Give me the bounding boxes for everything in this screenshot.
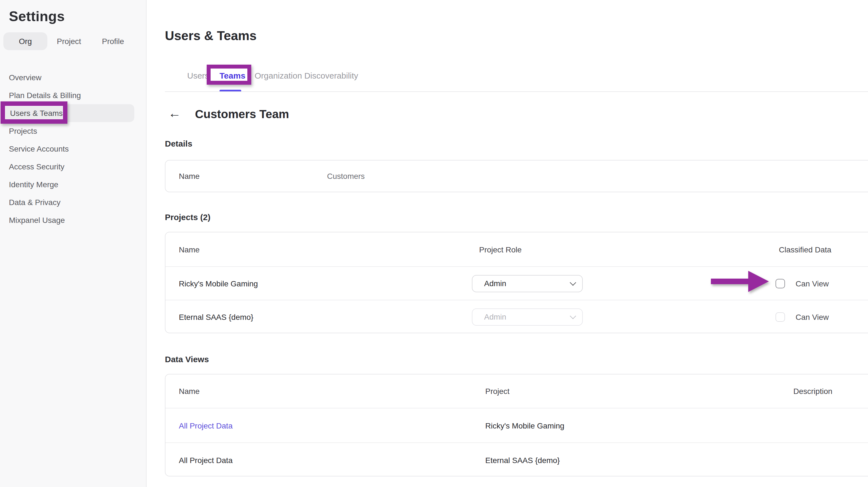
annotation-box-teams-tab [207, 65, 251, 85]
column-header-name: Name [179, 245, 200, 254]
team-title: Customers Team [195, 108, 289, 121]
project-name: Eternal SAAS {demo} [179, 312, 253, 321]
scope-tabs: Org Project Profile [0, 32, 147, 50]
sidebar-item-service-accounts[interactable]: Service Accounts [0, 140, 147, 158]
project-role-value: Admin [484, 279, 570, 288]
data-views-table: Name Project Description All Project Dat… [165, 374, 868, 477]
details-heading: Details [165, 139, 192, 148]
data-view-project: Ricky's Mobile Gaming [485, 421, 564, 430]
project-role-select-disabled: Admin [472, 308, 583, 326]
column-header-classified-data: Classified Data [779, 245, 831, 254]
sidebar-item-mixpanel-usage[interactable]: Mixpanel Usage [0, 211, 147, 229]
tab-divider [165, 91, 868, 92]
settings-page: Settings Org Project Profile Overview Pl… [0, 0, 868, 487]
chevron-down-icon [570, 313, 576, 319]
annotation-arrow-tail [711, 279, 749, 284]
scope-tab-org[interactable]: Org [3, 32, 48, 50]
details-name-label: Name [179, 172, 200, 181]
projects-header-row: Name Project Role Classified Data [165, 232, 868, 266]
sidebar-item-projects[interactable]: Projects [0, 122, 147, 140]
data-view-name: All Project Data [179, 456, 232, 464]
details-row: Name Customers [165, 160, 868, 192]
table-row: All Project Data Eternal SAAS {demo} [165, 443, 868, 477]
sidebar-item-data-privacy[interactable]: Data & Privacy [0, 193, 147, 211]
column-header-name: Name [179, 387, 200, 396]
project-role-select[interactable]: Admin [472, 275, 583, 292]
scope-tab-project[interactable]: Project [57, 32, 81, 50]
scope-tab-profile[interactable]: Profile [102, 32, 124, 50]
tab-users[interactable]: Users [187, 71, 209, 80]
tab-organization-discoverability[interactable]: Organization Discoverability [255, 71, 358, 80]
sidebar-title: Settings [9, 8, 65, 25]
column-header-project-role: Project Role [479, 245, 522, 254]
data-views-header-row: Name Project Description [165, 374, 868, 408]
annotation-arrow-head [748, 271, 769, 292]
classified-data-checkbox[interactable] [776, 279, 785, 288]
data-views-heading: Data Views [165, 355, 209, 364]
table-row: Eternal SAAS {demo} Admin Can View [165, 300, 868, 333]
project-name: Ricky's Mobile Gaming [179, 279, 258, 288]
sidebar-item-overview[interactable]: Overview [0, 68, 147, 86]
projects-heading: Projects (2) [165, 212, 210, 222]
data-view-link[interactable]: All Project Data [179, 421, 232, 430]
sidebar: Settings Org Project Profile Overview Pl… [0, 0, 147, 487]
sidebar-nav: Overview Plan Details & Billing Users & … [0, 68, 147, 229]
data-view-project: Eternal SAAS {demo} [485, 456, 560, 464]
column-header-description: Description [793, 387, 832, 396]
details-name-value: Customers [327, 172, 365, 181]
table-row: All Project Data Ricky's Mobile Gaming [165, 408, 868, 443]
chevron-down-icon [570, 279, 576, 286]
annotation-box-users-teams [1, 101, 67, 124]
back-arrow-icon[interactable]: ← [168, 106, 181, 120]
sidebar-item-access-security[interactable]: Access Security [0, 158, 147, 176]
can-view-label: Can View [796, 279, 829, 288]
sidebar-item-identity-merge[interactable]: Identity Merge [0, 176, 147, 193]
classified-data-checkbox-disabled [776, 312, 785, 322]
page-title: Users & Teams [165, 28, 256, 43]
project-role-value: Admin [484, 312, 570, 321]
details-card: Name Customers [165, 160, 868, 192]
column-header-project: Project [485, 387, 509, 396]
can-view-label: Can View [796, 312, 829, 321]
